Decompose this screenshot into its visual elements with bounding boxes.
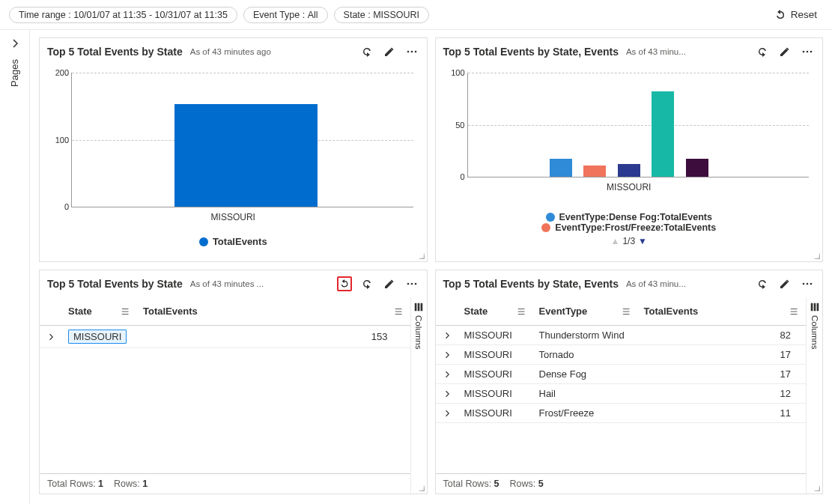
legend-label: TotalEvents bbox=[213, 236, 267, 247]
legend-label: EventType:Dense Fog:TotalEvents bbox=[559, 212, 712, 222]
filter-value: 10/01/07 at 11:35 - 10/31/07 at 11:35 bbox=[73, 10, 228, 20]
expand-pages-button[interactable] bbox=[9, 37, 21, 52]
columns-icon bbox=[413, 302, 424, 312]
legend-prev-button[interactable]: ▲ bbox=[611, 236, 620, 246]
chart-bar[interactable] bbox=[686, 159, 708, 177]
expand-row-button[interactable] bbox=[436, 405, 458, 422]
legend-label: EventType:Frost/Freeze:TotalEvents bbox=[555, 222, 716, 233]
chart-bar[interactable] bbox=[583, 166, 606, 177]
column-menu-icon[interactable] bbox=[517, 306, 527, 317]
reset-label: Reset bbox=[791, 9, 817, 20]
ytick: 200 bbox=[49, 68, 69, 77]
columns-panel-toggle[interactable]: Columns bbox=[806, 297, 822, 494]
edit-button[interactable] bbox=[382, 276, 397, 291]
tile-asof: As of 43 minutes ago bbox=[190, 47, 271, 56]
table-row[interactable]: MISSOURIFrost/Freeze11 bbox=[436, 404, 807, 423]
column-menu-icon[interactable] bbox=[394, 306, 404, 317]
column-header-totalevents[interactable]: TotalEvents bbox=[137, 302, 410, 321]
column-menu-icon[interactable] bbox=[121, 306, 131, 317]
legend-dot-icon bbox=[199, 237, 208, 246]
more-button[interactable] bbox=[800, 276, 815, 291]
edit-button[interactable] bbox=[777, 44, 792, 59]
more-button[interactable] bbox=[404, 44, 419, 59]
resize-handle[interactable] bbox=[813, 485, 821, 492]
tile-header: Top 5 Total Events by State, Events As o… bbox=[436, 38, 823, 65]
refresh-button[interactable] bbox=[755, 44, 770, 59]
chart-bar[interactable] bbox=[174, 104, 318, 207]
expand-row-button[interactable] bbox=[436, 327, 458, 344]
resize-handle[interactable] bbox=[418, 252, 425, 260]
filter-bar: Time range : 10/01/07 at 11:35 - 10/31/0… bbox=[0, 0, 832, 30]
cell-totalevents: 12 bbox=[780, 388, 791, 399]
pages-label: Pages bbox=[9, 59, 20, 87]
chart-bar[interactable] bbox=[618, 164, 640, 177]
tile-top5-by-state-table: Top 5 Total Events by State As of 43 min… bbox=[39, 270, 428, 494]
cell-state: MISSOURI bbox=[464, 407, 512, 419]
columns-panel-toggle[interactable]: Columns bbox=[410, 297, 427, 494]
resize-handle[interactable] bbox=[418, 485, 425, 492]
filter-value: All bbox=[308, 10, 318, 20]
refresh-button[interactable] bbox=[359, 276, 374, 291]
expand-row-button[interactable] bbox=[436, 386, 458, 402]
tile-top5-by-state-events-chart: Top 5 Total Events by State, Events As o… bbox=[435, 37, 824, 262]
resize-handle[interactable] bbox=[813, 252, 821, 260]
chevron-right-icon bbox=[9, 37, 21, 49]
column-header-state[interactable]: State bbox=[458, 302, 533, 321]
ytick: 50 bbox=[446, 121, 465, 130]
filter-event-type[interactable]: Event Type : All bbox=[243, 7, 328, 23]
column-header-totalevents[interactable]: TotalEvents bbox=[638, 302, 807, 321]
tile-asof: As of 43 minu... bbox=[626, 47, 686, 56]
chart-bar[interactable] bbox=[652, 91, 674, 177]
chevron-right-icon bbox=[443, 389, 452, 398]
cell-eventtype: Thunderstorm Wind bbox=[539, 330, 625, 341]
table-row[interactable]: MISSOURIDense Fog17 bbox=[436, 365, 807, 384]
column-menu-icon[interactable] bbox=[789, 306, 800, 317]
refresh-button[interactable] bbox=[359, 44, 374, 59]
filter-state[interactable]: State : MISSOURI bbox=[334, 7, 429, 23]
reset-button[interactable]: Reset bbox=[768, 6, 823, 24]
more-button[interactable] bbox=[404, 276, 419, 291]
chart-legend: EventType:Dense Fog:TotalEvents EventTyp… bbox=[442, 212, 817, 246]
filter-value: MISSOURI bbox=[373, 10, 419, 20]
cell-state[interactable]: MISSOURI bbox=[68, 330, 127, 344]
table-row[interactable]: MISSOURITornado17 bbox=[436, 345, 807, 365]
table-header-row: State TotalEvents bbox=[40, 297, 410, 326]
edit-button[interactable] bbox=[777, 276, 792, 291]
more-button[interactable] bbox=[800, 44, 815, 59]
ytick: 0 bbox=[446, 172, 465, 181]
chevron-right-icon bbox=[443, 370, 452, 379]
dots-icon bbox=[406, 46, 418, 58]
ytick: 100 bbox=[49, 136, 69, 145]
table-row[interactable]: MISSOURIThunderstorm Wind82 bbox=[436, 326, 807, 345]
cell-state: MISSOURI bbox=[464, 368, 512, 380]
expand-row-button[interactable] bbox=[436, 366, 458, 383]
dots-icon bbox=[801, 46, 813, 58]
undo-icon bbox=[339, 278, 350, 290]
column-header-state[interactable]: State bbox=[62, 302, 137, 321]
refresh-button[interactable] bbox=[755, 276, 770, 291]
tile-asof: As of 43 minu... bbox=[626, 279, 686, 288]
chart-bar[interactable] bbox=[550, 159, 572, 177]
column-menu-icon[interactable] bbox=[622, 306, 632, 317]
table-footer: Total Rows: 5 Rows: 5 bbox=[436, 473, 807, 494]
dots-icon bbox=[801, 278, 813, 290]
cell-totalevents: 17 bbox=[780, 349, 791, 360]
filter-key: Event Type : bbox=[253, 10, 305, 20]
expand-row-button[interactable] bbox=[436, 347, 458, 363]
table-row[interactable]: MISSOURI 153 bbox=[40, 326, 410, 348]
x-axis-label: MISSOURI bbox=[442, 182, 817, 192]
chevron-right-icon bbox=[443, 350, 452, 359]
ytick: 100 bbox=[446, 68, 465, 77]
refresh-icon bbox=[361, 278, 373, 290]
columns-label: Columns bbox=[414, 315, 423, 349]
table-row[interactable]: MISSOURIHail12 bbox=[436, 384, 807, 404]
edit-button[interactable] bbox=[382, 44, 397, 59]
filter-time-range[interactable]: Time range : 10/01/07 at 11:35 - 10/31/0… bbox=[9, 7, 237, 23]
legend-page-indicator: 1/3 bbox=[622, 236, 635, 246]
expand-row-button[interactable] bbox=[40, 329, 62, 345]
undo-button[interactable] bbox=[337, 276, 352, 291]
undo-icon bbox=[774, 9, 786, 21]
cell-totalevents: 11 bbox=[780, 407, 791, 419]
legend-next-button[interactable]: ▼ bbox=[638, 236, 647, 246]
column-header-eventtype[interactable]: EventType bbox=[533, 302, 638, 321]
